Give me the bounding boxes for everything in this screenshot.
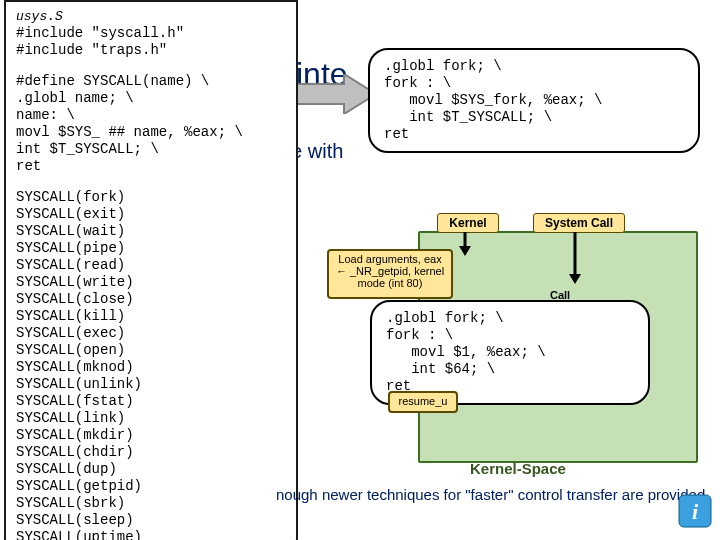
code-bottom: .globl fork; \ fork : \ movl $1, %eax; \… bbox=[386, 310, 634, 395]
code-includes: #include "syscall.h" #include "traps.h" bbox=[16, 25, 286, 59]
resume-box: resume_u bbox=[388, 391, 458, 413]
footer-note: nough newer techniques for "faster" cont… bbox=[276, 486, 705, 503]
load-args-box: Load arguments, eax ← _NR_getpid, kernel… bbox=[327, 249, 453, 299]
code-bottom-box: .globl fork; \ fork : \ movl $1, %eax; \… bbox=[370, 300, 650, 405]
info-icon[interactable]: i bbox=[678, 494, 712, 528]
arrow-down-icon bbox=[568, 232, 582, 284]
left-code-panel: usys.S #include "syscall.h" #include "tr… bbox=[4, 0, 298, 540]
svg-marker-0 bbox=[288, 74, 376, 114]
syscall-label: System Call bbox=[533, 213, 625, 233]
svg-text:i: i bbox=[692, 499, 699, 524]
code-macro: #define SYSCALL(name) \ .globl name; \ n… bbox=[16, 73, 286, 175]
arrow-down-icon bbox=[458, 232, 472, 256]
code-top-box: .globl fork; \ fork : \ movl $SYS_fork, … bbox=[368, 48, 700, 153]
kernel-space-label: Kernel-Space bbox=[470, 460, 566, 477]
code-calls: SYSCALL(fork) SYSCALL(exit) SYSCALL(wait… bbox=[16, 189, 286, 540]
file-header: usys.S bbox=[16, 8, 286, 25]
arrow-icon bbox=[288, 74, 378, 114]
code-top: .globl fork; \ fork : \ movl $SYS_fork, … bbox=[384, 58, 684, 143]
svg-marker-2 bbox=[459, 246, 471, 256]
kernel-label: Kernel bbox=[437, 213, 499, 233]
svg-marker-4 bbox=[569, 274, 581, 284]
